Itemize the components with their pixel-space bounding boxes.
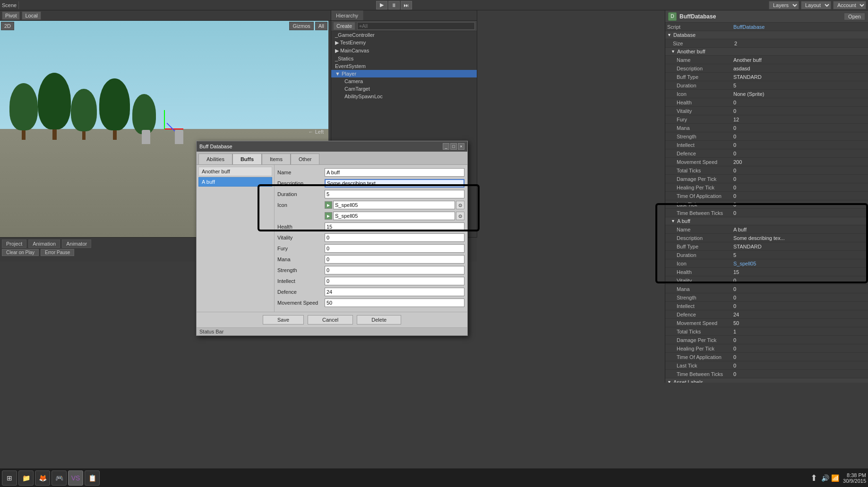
form-vitality-input[interactable] bbox=[325, 233, 464, 242]
a-dmgpertick-row: Damage Per Tick 0 bbox=[665, 336, 868, 344]
a-buff-arrow: ▼ bbox=[671, 219, 675, 223]
animation-tab[interactable]: Animation bbox=[28, 239, 60, 248]
dialog-maximize-button[interactable]: □ bbox=[450, 143, 457, 150]
open-button[interactable]: Open bbox=[844, 13, 865, 20]
form-intellect-row: Intellect bbox=[277, 276, 464, 286]
hierarchy-item-testenemy[interactable]: ▶ TestEnemy bbox=[331, 39, 477, 47]
form-name-row: Name bbox=[277, 168, 464, 177]
a-defence-row: Defence 24 bbox=[665, 310, 868, 319]
dialog-titlebar: Buff Database _ □ × bbox=[197, 141, 467, 152]
pause-button[interactable]: ⏸ bbox=[388, 1, 400, 9]
taskbar-btn-6[interactable]: 📋 bbox=[85, 470, 100, 486]
a-desc-row: Description Some describing tex... bbox=[665, 234, 868, 242]
icon-preview-small: ▶ bbox=[325, 201, 332, 209]
a-buff-section[interactable]: ▼ A buff bbox=[665, 217, 868, 225]
form-duration-label: Duration bbox=[277, 191, 325, 197]
form-icon-input[interactable] bbox=[333, 201, 455, 209]
form-desc-input[interactable] bbox=[325, 179, 464, 188]
form-name-label: Name bbox=[277, 170, 325, 175]
form-name-input[interactable] bbox=[325, 168, 464, 177]
ab-fury-row: Fury 12 bbox=[665, 115, 868, 124]
gizmos-button[interactable]: Gizmos bbox=[289, 22, 313, 30]
ab-name-row: Name Another buff bbox=[665, 56, 868, 64]
hierarchy-item-statics[interactable]: _Statics bbox=[331, 55, 477, 62]
all-button[interactable]: All bbox=[315, 22, 327, 30]
form-icon-input2[interactable] bbox=[333, 212, 455, 220]
dialog-minimize-button[interactable]: _ bbox=[443, 143, 449, 150]
inspector-title-bar: D BuffDatabase Open bbox=[665, 10, 868, 23]
inspector-content: Script BuffDatabase ▼ Database Size 2 ▼ … bbox=[665, 23, 868, 383]
asset-labels-label: Asset Labels bbox=[673, 379, 703, 383]
another-buff-section[interactable]: ▼ Another buff bbox=[665, 48, 868, 56]
ab-healpertick-row: Healing Per Tick 0 bbox=[665, 183, 868, 192]
icon-pick-button2[interactable]: ⊙ bbox=[456, 212, 464, 220]
form-vitality-label: Vitality bbox=[277, 235, 325, 240]
buffs-tab[interactable]: Buffs bbox=[232, 154, 262, 164]
form-defence-input[interactable] bbox=[325, 288, 464, 296]
hierarchy-item-gamecontroller[interactable]: _GameController bbox=[331, 31, 477, 39]
ab-strength-row: Strength 0 bbox=[665, 132, 868, 141]
taskbar-btn-1[interactable]: ⊞ bbox=[2, 470, 17, 486]
account-dropdown[interactable]: Account bbox=[833, 1, 866, 9]
hierarchy-search[interactable] bbox=[357, 22, 475, 30]
database-section[interactable]: ▼ Database bbox=[665, 31, 868, 39]
clear-on-play-button[interactable]: Clear on Play bbox=[2, 249, 39, 256]
hierarchy-item-maincanvas[interactable]: ▶ MainCanvas bbox=[331, 47, 477, 55]
hierarchy-item-player[interactable]: ▼ Player bbox=[331, 70, 477, 77]
dialog-list: Another buff A buff bbox=[197, 165, 275, 312]
create-button[interactable]: Create bbox=[333, 22, 355, 30]
play-controls: ▶ ⏸ ⏭ bbox=[21, 1, 767, 9]
hierarchy-item-abilityspawnloc[interactable]: AbilitySpawnLoc bbox=[331, 93, 477, 100]
another-buff-label: Another buff bbox=[677, 49, 705, 54]
items-tab[interactable]: Items bbox=[262, 154, 291, 164]
project-tab[interactable]: Project bbox=[2, 239, 26, 248]
dialog-close-button[interactable]: × bbox=[458, 143, 464, 150]
error-pause-button[interactable]: Error Pause bbox=[41, 249, 74, 256]
ab-bufftype-row: Buff Type STANDARD bbox=[665, 73, 868, 81]
form-fury-row: Fury bbox=[277, 244, 464, 253]
ab-timebetween-row: Time Between Ticks 0 bbox=[665, 209, 868, 217]
form-fury-label: Fury bbox=[277, 246, 325, 251]
2d-button[interactable]: 2D bbox=[1, 22, 14, 30]
layout-dropdown[interactable]: Layout bbox=[801, 1, 831, 9]
save-button[interactable]: Save bbox=[263, 315, 304, 325]
cancel-button[interactable]: Cancel bbox=[308, 315, 353, 325]
asset-labels-section[interactable]: ▼ Asset Labels bbox=[665, 378, 868, 383]
step-button[interactable]: ⏭ bbox=[401, 1, 412, 9]
database-arrow: ▼ bbox=[667, 33, 671, 37]
form-strength-label: Strength bbox=[277, 267, 325, 273]
taskbar-btn-2[interactable]: 📁 bbox=[18, 470, 34, 486]
a-timebetween-row: Time Between Ticks 0 bbox=[665, 370, 868, 378]
ab-mana-row: Mana 0 bbox=[665, 124, 868, 132]
animator-tab[interactable]: Animator bbox=[62, 239, 91, 248]
layers-dropdown[interactable]: Layers bbox=[769, 1, 799, 9]
icon-pick-button[interactable]: ⊙ bbox=[456, 201, 464, 209]
hierarchy-tab[interactable]: Hierarchy bbox=[331, 10, 363, 20]
taskbar-tray-btn[interactable]: ⬆ bbox=[810, 473, 817, 483]
a-buff-list-item[interactable]: A buff bbox=[198, 177, 272, 187]
abilities-tab[interactable]: Abilities bbox=[198, 154, 232, 164]
local-button[interactable]: Local bbox=[22, 11, 41, 20]
size-label: Size bbox=[673, 41, 734, 46]
hierarchy-item-eventsystem[interactable]: EventSystem bbox=[331, 62, 477, 70]
form-intellect-input[interactable] bbox=[325, 277, 464, 285]
form-duration-input[interactable] bbox=[325, 190, 464, 198]
other-tab[interactable]: Other bbox=[291, 154, 320, 164]
ab-totalticks-row: Total Ticks 0 bbox=[665, 166, 868, 175]
delete-button[interactable]: Delete bbox=[357, 315, 401, 325]
hierarchy-item-camtarget[interactable]: CamTarget bbox=[331, 85, 477, 93]
another-buff-list-item[interactable]: Another buff bbox=[198, 167, 272, 176]
form-mana-input[interactable] bbox=[325, 255, 464, 264]
taskbar-btn-3[interactable]: 🦊 bbox=[35, 470, 50, 486]
play-button[interactable]: ▶ bbox=[376, 1, 387, 9]
form-strength-input[interactable] bbox=[325, 266, 464, 274]
pivot-button[interactable]: Pivot bbox=[2, 11, 20, 20]
taskbar-btn-5[interactable]: VS bbox=[68, 470, 83, 486]
taskbar-btn-4[interactable]: 🎮 bbox=[52, 470, 67, 486]
hierarchy-item-camera[interactable]: Camera bbox=[331, 77, 477, 85]
form-health-label: Health bbox=[277, 224, 325, 230]
form-fury-input[interactable] bbox=[325, 244, 464, 253]
form-movspeed-input[interactable] bbox=[325, 299, 464, 307]
a-lasttick-row: Last Tick 0 bbox=[665, 361, 868, 370]
form-health-input[interactable] bbox=[325, 222, 464, 231]
